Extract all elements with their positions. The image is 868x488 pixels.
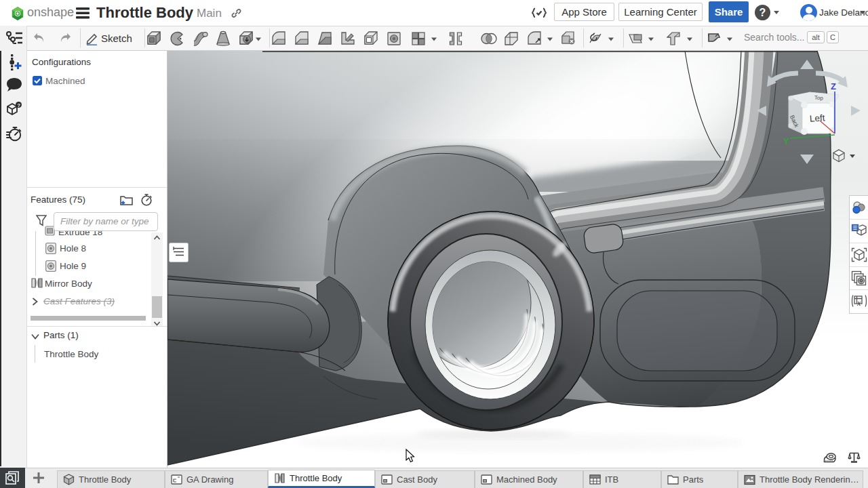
svg-text:Left: Left xyxy=(809,113,825,124)
svg-text:x: x xyxy=(856,298,861,308)
svg-text:Top: Top xyxy=(814,94,824,101)
svg-text:Y: Y xyxy=(783,136,789,146)
svg-text:?: ? xyxy=(17,102,20,108)
svg-text:Z: Z xyxy=(831,81,836,92)
